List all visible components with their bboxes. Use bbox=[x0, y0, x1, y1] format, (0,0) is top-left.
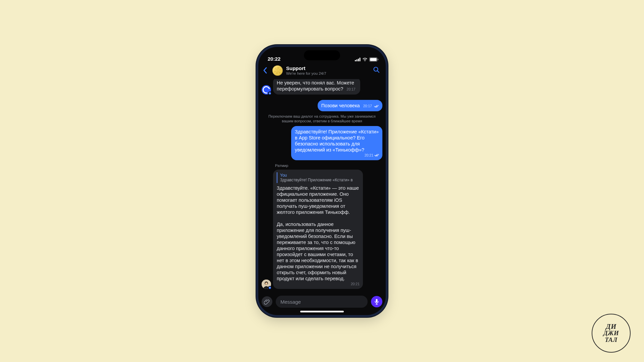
paperclip-icon bbox=[264, 299, 270, 305]
messages-list[interactable]: + Не уверен, что понял вас. Можете переф… bbox=[258, 79, 386, 293]
message-row: + You Здравствуйте! Приложение «Кстати» … bbox=[262, 170, 382, 289]
message-row: Позови человека 20:17 bbox=[262, 100, 382, 111]
read-check-icon bbox=[374, 154, 379, 157]
svg-line-5 bbox=[378, 71, 379, 73]
microphone-icon bbox=[374, 299, 379, 305]
cellular-icon bbox=[355, 58, 361, 61]
reply-quote-author: You bbox=[280, 173, 359, 178]
svg-rect-3 bbox=[360, 58, 361, 61]
message-time: 20:21 bbox=[351, 281, 360, 287]
watermark-line: ТАЛ bbox=[603, 337, 619, 343]
bot-avatar[interactable]: + bbox=[262, 85, 271, 95]
agent-avatar[interactable]: + bbox=[262, 280, 271, 289]
dynamic-island bbox=[304, 50, 340, 60]
status-time: 20:22 bbox=[268, 56, 280, 62]
message-text: Не уверен, что понял вас. Можете перефор… bbox=[277, 80, 354, 92]
message-text: Здравствуйте! Приложение «Кстати» в App … bbox=[295, 129, 379, 153]
chat-title: Support bbox=[286, 65, 368, 71]
outgoing-bubble[interactable]: Здравствуйте! Приложение «Кстати» в App … bbox=[291, 126, 382, 160]
battery-percent: 68 bbox=[372, 58, 375, 61]
incoming-bubble[interactable]: You Здравствуйте! Приложение «Кстати» в … bbox=[273, 170, 363, 289]
message-input[interactable]: Message bbox=[276, 296, 368, 308]
svg-rect-0 bbox=[355, 60, 356, 61]
status-indicators: 68 bbox=[355, 57, 378, 62]
home-indicator[interactable] bbox=[300, 311, 344, 312]
phone-device-frame: 20:22 bbox=[258, 47, 386, 315]
message-time: 20:17 bbox=[346, 87, 355, 91]
chat-header-text[interactable]: Support We're here for you 24/7 bbox=[286, 65, 368, 76]
system-message: Переключаем ваш диалог на сотрудника. Мы… bbox=[262, 113, 382, 124]
voice-message-button[interactable] bbox=[371, 296, 382, 307]
chevron-left-icon bbox=[263, 67, 267, 74]
add-contact-icon: + bbox=[268, 286, 272, 290]
svg-point-4 bbox=[374, 67, 378, 71]
reply-quote[interactable]: You Здравствуйте! Приложение «Кстати» в bbox=[277, 172, 359, 183]
watermark-line: ДЖИ bbox=[603, 330, 619, 337]
support-avatar[interactable] bbox=[272, 65, 283, 76]
chat-header: Support We're here for you 24/7 bbox=[258, 63, 386, 79]
message-time: 20:17 bbox=[363, 104, 372, 108]
screen: 20:22 bbox=[258, 47, 386, 315]
svg-rect-9 bbox=[376, 299, 378, 302]
read-check-icon bbox=[374, 105, 379, 108]
message-time: 20:21 bbox=[365, 152, 373, 158]
attach-button[interactable] bbox=[262, 296, 272, 307]
search-button[interactable] bbox=[372, 65, 381, 76]
message-text: Позови человека bbox=[321, 103, 360, 108]
back-button[interactable] bbox=[261, 67, 269, 74]
search-icon bbox=[373, 66, 380, 73]
reply-quote-text: Здравствуйте! Приложение «Кстати» в bbox=[280, 178, 359, 182]
message-row: + Не уверен, что понял вас. Можете переф… bbox=[262, 79, 382, 95]
message-input-placeholder: Message bbox=[280, 299, 301, 305]
battery-indicator: 68 bbox=[369, 57, 378, 62]
svg-rect-1 bbox=[357, 59, 358, 61]
wifi-icon bbox=[362, 58, 368, 61]
message-text: Здравствуйте. «Кстати» — это наше официа… bbox=[277, 185, 359, 281]
sender-name-label: Ратмир bbox=[262, 164, 382, 168]
add-contact-icon: + bbox=[268, 92, 272, 95]
svg-point-8 bbox=[265, 283, 268, 285]
outgoing-bubble[interactable]: Позови человека 20:17 bbox=[318, 100, 382, 111]
watermark-badge: ДИ ДЖИ ТАЛ bbox=[592, 314, 631, 353]
incoming-bubble[interactable]: Не уверен, что понял вас. Можете перефор… bbox=[273, 79, 360, 95]
watermark-line: ДИ bbox=[603, 323, 619, 330]
message-row: Здравствуйте! Приложение «Кстати» в App … bbox=[262, 126, 382, 160]
chat-subtitle: We're here for you 24/7 bbox=[286, 71, 368, 76]
svg-rect-2 bbox=[358, 59, 359, 61]
